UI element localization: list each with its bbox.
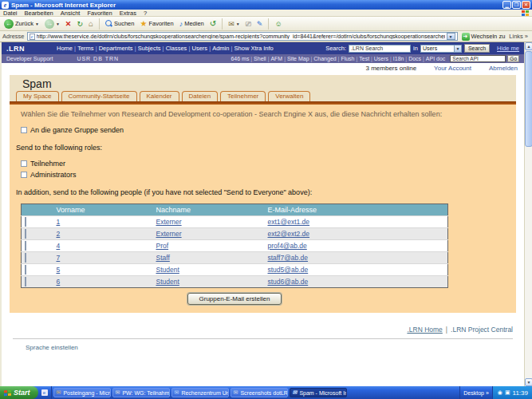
network-icon[interactable]: ▣ xyxy=(505,389,510,396)
api-search-go-button[interactable]: Go xyxy=(507,55,519,62)
mail-caret-icon[interactable]: ▼ xyxy=(236,22,240,26)
tab[interactable]: Kalender xyxy=(140,91,179,101)
mail-button[interactable]: ✉ ▼ xyxy=(227,19,242,29)
lrn-search-input[interactable] xyxy=(349,45,411,53)
navbar-link[interactable]: Users xyxy=(191,45,212,52)
media-button[interactable]: ♪ Medien xyxy=(178,19,206,29)
email-link[interactable]: prof4@ab.de xyxy=(268,242,307,250)
role-checkbox[interactable] xyxy=(21,172,27,178)
tab[interactable]: Community-Startseite xyxy=(61,91,137,101)
desktop-toolbar[interactable]: Desktop » xyxy=(459,386,492,399)
developer-link[interactable]: Users xyxy=(374,56,393,61)
nachname-link[interactable]: Student xyxy=(156,278,179,286)
forward-button[interactable]: → ▼ xyxy=(43,18,61,30)
api-search-input[interactable] xyxy=(450,55,506,62)
navbar-link[interactable]: Subjects xyxy=(138,45,166,52)
taskbar-task[interactable]: ✉ Spam - Microsoft Inte... xyxy=(290,388,347,397)
developer-link[interactable]: Docs xyxy=(408,56,426,61)
row-checkbox[interactable] xyxy=(25,277,26,286)
row-checkbox[interactable] xyxy=(25,241,26,251)
back-button[interactable]: ← Zurück ▼ xyxy=(2,18,41,30)
developer-link[interactable]: Test xyxy=(359,56,374,61)
developer-link[interactable]: Site Map xyxy=(287,56,313,61)
stop-button[interactable]: ✕ xyxy=(64,19,73,29)
tab[interactable]: Teilnehmer xyxy=(220,91,266,101)
home-button[interactable]: ⌂ xyxy=(87,19,95,29)
email-link[interactable]: stud6@ab.de xyxy=(268,278,309,286)
vorname-link[interactable]: 6 xyxy=(57,278,61,286)
vorname-link[interactable]: 4 xyxy=(57,242,61,250)
favorites-button[interactable]: ★ Favoriten xyxy=(138,19,175,29)
email-link[interactable]: stud5@ab.de xyxy=(268,266,309,274)
logout-link[interactable]: Abmelden xyxy=(489,65,518,72)
lrn-search-button[interactable]: Search xyxy=(464,44,490,53)
quick-launch-ie-icon[interactable]: e xyxy=(41,389,48,396)
navbar-link[interactable]: Admin xyxy=(212,45,234,52)
tab[interactable]: My Space xyxy=(16,91,59,101)
menu-item[interactable]: ? xyxy=(144,10,147,17)
minimize-button[interactable]: ▁ xyxy=(502,1,511,9)
vorname-link[interactable]: 2 xyxy=(57,230,61,238)
developer-link[interactable]: I18n xyxy=(393,56,408,61)
tab[interactable]: Verwalten xyxy=(268,91,310,101)
restore-button[interactable]: ❐ xyxy=(512,1,521,9)
lrn-home-link[interactable]: .LRN Home xyxy=(407,326,442,334)
menu-item[interactable]: Ansicht xyxy=(61,10,81,17)
nachname-link[interactable]: Staff xyxy=(156,254,170,262)
start-button[interactable]: Start xyxy=(0,386,38,399)
nachname-link[interactable]: Prof xyxy=(156,242,169,250)
taskbar-task[interactable]: ✉ Posteingang - Micros... xyxy=(53,388,111,397)
close-button[interactable]: ✕ xyxy=(522,1,530,9)
vorname-link[interactable]: 5 xyxy=(57,266,61,274)
lrn-project-central-link[interactable]: .LRN Project Central xyxy=(451,326,513,334)
vorname-link[interactable]: 1 xyxy=(57,218,61,226)
menu-item[interactable]: Favoriten xyxy=(87,10,112,17)
lrn-logo[interactable]: .LRN xyxy=(6,45,25,53)
menu-item[interactable]: Bearbeiten xyxy=(25,10,53,17)
navbar-link[interactable]: Show Xtra Info xyxy=(234,45,274,52)
refresh-button[interactable]: ↻ xyxy=(75,19,85,29)
row-checkbox[interactable] xyxy=(25,265,26,275)
history-button[interactable]: ↺ xyxy=(208,19,218,29)
taskbar-task[interactable]: ✉ Screenshots dotLRN... xyxy=(231,388,288,397)
developer-flags[interactable]: USR DB TRN xyxy=(77,56,119,61)
your-account-link[interactable]: Your Account xyxy=(434,65,471,72)
taskbar-task[interactable]: ✉ Rechenzentrum Uni K... xyxy=(171,388,229,397)
search-scope-select[interactable]: Users ▼ xyxy=(420,45,462,53)
developer-link[interactable]: Shell xyxy=(254,56,270,61)
vertical-scrollbar[interactable]: ▲ ▼ xyxy=(524,42,532,386)
email-link[interactable]: ext1@ext1.de xyxy=(268,218,310,226)
create-group-email-button[interactable]: Gruppen-E-Mail erstellen xyxy=(187,293,282,305)
role-checkbox[interactable] xyxy=(21,160,27,167)
nachname-link[interactable]: Externer xyxy=(156,230,182,238)
developer-link[interactable]: AFM xyxy=(270,56,287,61)
messenger-button[interactable]: ☺ xyxy=(273,19,283,29)
address-input[interactable] xyxy=(37,34,445,39)
volume-icon[interactable]: ◉ xyxy=(498,389,502,396)
nachname-link[interactable]: Student xyxy=(156,266,179,274)
row-checkbox[interactable] xyxy=(25,229,26,239)
send-all-checkbox[interactable] xyxy=(21,127,27,133)
navbar-link[interactable]: Classes xyxy=(166,45,192,52)
back-caret-icon[interactable]: ▼ xyxy=(35,22,39,26)
row-checkbox[interactable] xyxy=(25,253,26,263)
taskbar-task[interactable]: ✉ PW: WG: Teilnahme v... xyxy=(112,388,170,397)
menu-item[interactable]: Datei xyxy=(3,10,18,17)
search-button[interactable]: Suchen xyxy=(104,19,136,28)
address-dropdown-icon[interactable]: ▼ xyxy=(447,33,455,40)
hide-me-link[interactable]: Hide me xyxy=(497,45,519,52)
print-button[interactable]: ⎚ xyxy=(244,19,253,29)
row-checkbox[interactable] xyxy=(25,217,26,227)
scroll-up-icon[interactable]: ▲ xyxy=(525,42,532,50)
navbar-link[interactable]: Terms xyxy=(77,45,99,52)
developer-link[interactable]: 646 ms xyxy=(231,56,254,61)
navbar-link[interactable]: Departments xyxy=(99,45,138,52)
language-link[interactable]: Sprache einstellen xyxy=(13,344,513,351)
navbar-link[interactable]: Home xyxy=(57,45,77,52)
developer-link[interactable]: API doc xyxy=(426,56,446,61)
email-link[interactable]: ext2@ext2.de xyxy=(268,230,310,238)
vorname-link[interactable]: 7 xyxy=(57,254,61,262)
menu-item[interactable]: Extras xyxy=(120,10,136,17)
developer-support-label[interactable]: Developer Support xyxy=(6,56,53,61)
email-link[interactable]: staff7@ab.de xyxy=(268,254,309,262)
